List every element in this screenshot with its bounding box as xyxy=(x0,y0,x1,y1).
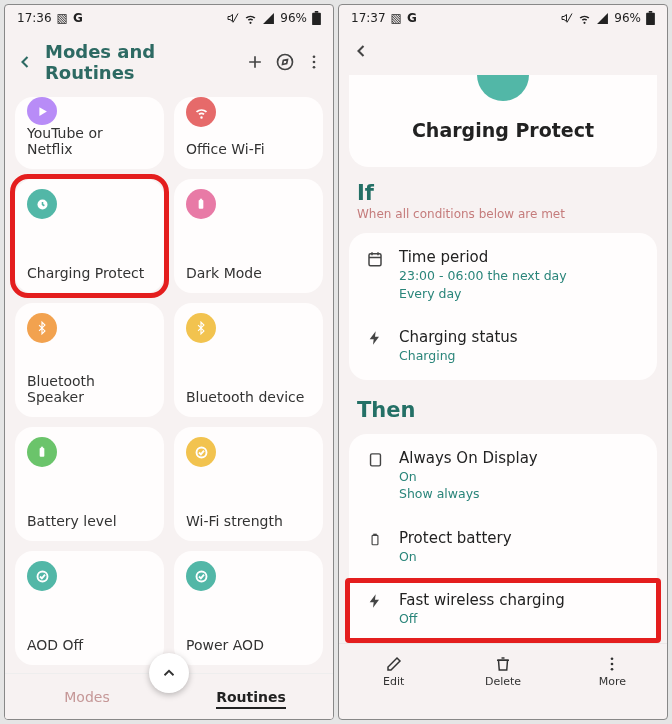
add-icon[interactable] xyxy=(245,52,265,72)
then-heading: Then xyxy=(357,398,649,422)
notif-google-icon: G xyxy=(407,11,417,25)
more-icon xyxy=(603,655,621,673)
play-icon xyxy=(27,97,57,125)
routine-label: YouTube or Netflix xyxy=(27,125,152,157)
routine-card[interactable]: AOD Off xyxy=(15,551,164,665)
item-sub: Charging xyxy=(399,347,641,365)
header: Modes and Routines xyxy=(5,31,333,97)
svg-point-7 xyxy=(313,55,316,58)
bolt-icon xyxy=(365,593,385,609)
if-list: Time period 23:00 - 06:00 the next day E… xyxy=(349,233,657,380)
battery-icon xyxy=(312,11,321,25)
action-more[interactable]: More xyxy=(558,644,667,699)
routine-card[interactable]: YouTube or Netflix xyxy=(15,97,164,169)
svg-point-30 xyxy=(611,662,614,665)
if-heading: If xyxy=(357,181,649,205)
svg-marker-6 xyxy=(283,60,288,65)
bottom-actions: Edit Delete More xyxy=(339,643,667,699)
status-right: 96% xyxy=(227,11,321,25)
header xyxy=(339,31,667,71)
then-item-fast-wireless[interactable]: Fast wireless charging Off xyxy=(349,578,657,641)
status-time: 17:36 xyxy=(17,11,52,25)
item-sub: Off xyxy=(399,610,641,628)
battery-pct: 96% xyxy=(280,11,307,25)
routine-card[interactable]: Power AOD xyxy=(174,551,323,665)
signal-icon xyxy=(262,12,275,25)
notif-image-icon: ▧ xyxy=(57,11,68,25)
check-icon xyxy=(27,561,57,591)
calendar-icon xyxy=(365,250,385,268)
check-icon xyxy=(186,561,216,591)
routine-card[interactable]: Battery level xyxy=(15,427,164,541)
routine-label: Battery level xyxy=(27,513,152,529)
tab-modes[interactable]: Modes xyxy=(5,689,169,705)
notif-google-icon: G xyxy=(73,11,83,25)
routine-label: Bluetooth Speaker xyxy=(27,373,152,405)
back-icon[interactable] xyxy=(15,52,35,72)
action-label: Delete xyxy=(485,675,521,688)
svg-rect-13 xyxy=(200,199,202,200)
svg-rect-22 xyxy=(369,254,381,266)
tab-routines[interactable]: Routines xyxy=(169,689,333,705)
routine-label: Power AOD xyxy=(186,637,311,653)
routine-label: Bluetooth device xyxy=(186,389,311,405)
item-sub: On xyxy=(399,548,641,566)
phone-left: 17:36 ▧ G 96% Modes and Routines xyxy=(4,4,334,720)
battery-icon xyxy=(365,531,385,548)
item-sub: Every day xyxy=(399,285,641,303)
then-list: Always On Display On Show always Protect… xyxy=(349,434,657,643)
svg-rect-2 xyxy=(315,11,319,13)
battery-pct: 96% xyxy=(614,11,641,25)
svg-point-29 xyxy=(611,657,614,660)
if-item-charging-status[interactable]: Charging status Charging xyxy=(349,315,657,378)
routine-card[interactable]: Bluetooth Speaker xyxy=(15,303,164,417)
routine-label: Office Wi-Fi xyxy=(186,141,311,157)
status-left: 17:37 ▧ G xyxy=(351,11,417,25)
action-delete[interactable]: Delete xyxy=(448,644,557,699)
page-title: Modes and Routines xyxy=(45,41,235,83)
svg-line-19 xyxy=(567,14,572,23)
clock-icon xyxy=(27,189,57,219)
routine-card[interactable]: Office Wi-Fi xyxy=(174,97,323,169)
svg-point-5 xyxy=(278,55,293,70)
routine-card[interactable]: Wi-Fi strength xyxy=(174,427,323,541)
svg-rect-15 xyxy=(41,447,43,448)
svg-rect-20 xyxy=(646,13,655,25)
mute-icon xyxy=(561,12,573,24)
more-icon[interactable] xyxy=(305,53,323,71)
svg-rect-1 xyxy=(312,13,321,25)
item-sub: On xyxy=(399,468,641,486)
item-title: Fast wireless charging xyxy=(399,591,641,609)
routine-card-charging-protect[interactable]: Charging Protect xyxy=(15,179,164,293)
routine-hero: Charging Protect xyxy=(349,75,657,167)
svg-line-0 xyxy=(233,14,238,23)
svg-point-31 xyxy=(611,667,614,670)
status-bar: 17:37 ▧ G 96% xyxy=(339,5,667,31)
battery-icon xyxy=(186,189,216,219)
square-icon xyxy=(365,451,385,468)
routine-card[interactable]: Dark Mode xyxy=(174,179,323,293)
item-title: Always On Display xyxy=(399,449,641,467)
item-title: Charging status xyxy=(399,328,641,346)
status-bar: 17:36 ▧ G 96% xyxy=(5,5,333,31)
svg-rect-14 xyxy=(40,448,45,457)
back-icon[interactable] xyxy=(351,41,371,61)
routine-card[interactable]: Bluetooth device xyxy=(174,303,323,417)
battery-icon xyxy=(646,11,655,25)
bluetooth-icon xyxy=(186,313,216,343)
svg-rect-21 xyxy=(649,11,653,13)
item-sub: 23:00 - 06:00 the next day xyxy=(399,267,641,285)
discover-icon[interactable] xyxy=(275,52,295,72)
if-item-time-period[interactable]: Time period 23:00 - 06:00 the next day E… xyxy=(349,235,657,315)
wifi-icon xyxy=(186,97,216,127)
action-edit[interactable]: Edit xyxy=(339,644,448,699)
then-item-protect-battery[interactable]: Protect battery On xyxy=(349,516,657,579)
item-title: Time period xyxy=(399,248,641,266)
svg-marker-10 xyxy=(39,107,47,116)
bluetooth-icon xyxy=(27,313,57,343)
chevron-up-fab[interactable] xyxy=(149,653,189,693)
battery-icon xyxy=(27,437,57,467)
svg-rect-12 xyxy=(199,200,204,209)
then-item-aod[interactable]: Always On Display On Show always xyxy=(349,436,657,516)
status-left: 17:36 ▧ G xyxy=(17,11,83,25)
